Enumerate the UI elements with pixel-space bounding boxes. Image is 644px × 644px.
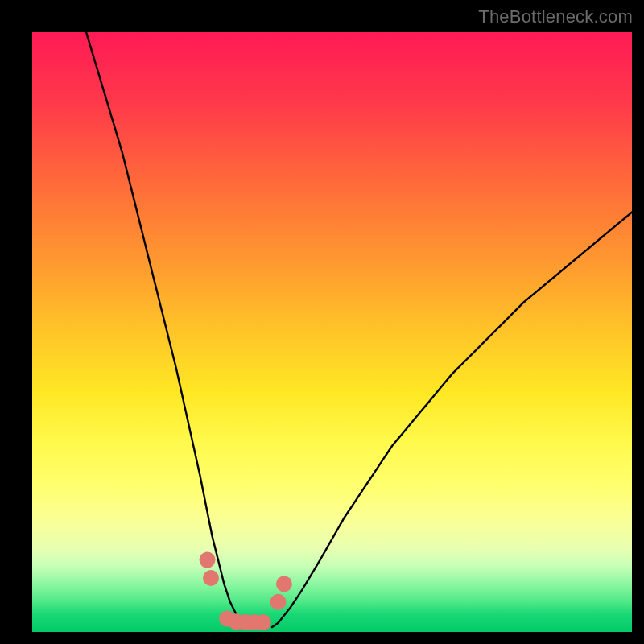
series-left-curve: [86, 32, 248, 627]
chart-svg: [32, 32, 632, 632]
series-right-curve: [272, 213, 632, 628]
marker-dot: [255, 614, 271, 630]
chart-frame: TheBottleneck.com: [0, 0, 644, 644]
curve-lines: [86, 32, 632, 627]
plot-area: [32, 32, 632, 632]
watermark: TheBottleneck.com: [478, 6, 633, 27]
marker-dot: [203, 570, 219, 586]
marker-dot: [276, 576, 292, 592]
marker-dot: [200, 552, 216, 568]
marker-dots: [200, 552, 292, 630]
marker-dot: [270, 594, 286, 610]
